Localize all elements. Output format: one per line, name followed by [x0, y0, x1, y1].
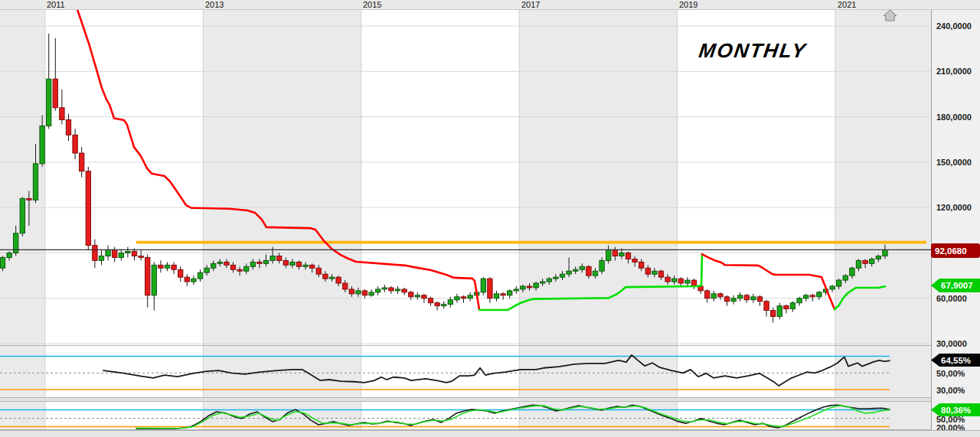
- year-label: 2011: [47, 0, 65, 9]
- oscillator1-value-badge: 64,55%: [931, 354, 980, 367]
- price-axis[interactable]: 240,0000210,0000180,0000150,0000120,0000…: [931, 9, 980, 430]
- home-icon[interactable]: [882, 9, 898, 21]
- chart-canvas[interactable]: [0, 0, 931, 437]
- price-tick-label: 210,0000: [936, 67, 972, 76]
- year-label: 2013: [205, 0, 224, 9]
- oscillator1-tick-label: 30,00%: [936, 386, 965, 395]
- price-tick-label: 150,0000: [936, 158, 972, 167]
- year-label: 2021: [838, 0, 856, 9]
- bottom-margin-strip: [0, 430, 980, 437]
- year-label: 2019: [679, 0, 697, 9]
- year-label: 2017: [521, 0, 540, 9]
- trend-stop-level-badge: 67,9007: [931, 279, 980, 292]
- time-axis[interactable]: 201120132015201720192021: [0, 0, 980, 10]
- chart-window: 201120132015201720192021 MONTHLY 240,000…: [0, 0, 980, 437]
- timeframe-watermark: MONTHLY: [697, 39, 808, 63]
- oscillator1-tick-label: 50,00%: [936, 369, 965, 378]
- price-tick-label: 30,0000: [936, 339, 967, 348]
- year-label: 2015: [363, 0, 381, 9]
- price-tick-label: 240,0000: [936, 21, 972, 31]
- oscillator2-value-badge: 80,36%: [931, 403, 980, 416]
- last-price-badge: 92,0680: [931, 243, 980, 258]
- price-tick-label: 180,0000: [936, 113, 972, 122]
- price-tick-label: 60,0000: [936, 294, 967, 303]
- price-tick-label: 120,0000: [936, 203, 972, 212]
